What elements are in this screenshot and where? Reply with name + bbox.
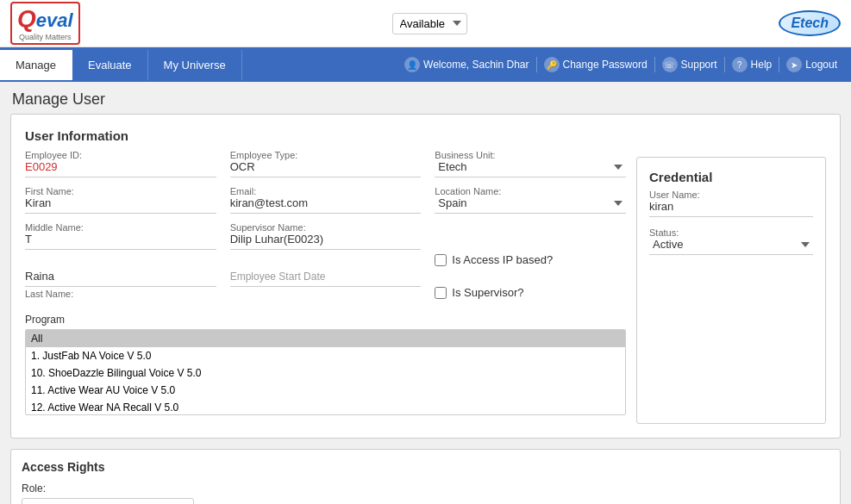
key-icon: 🔑 xyxy=(544,57,560,72)
row-first-name: First Name: Kiran Email: kiran@test.com … xyxy=(25,193,626,229)
is-supervisor-checkbox[interactable] xyxy=(435,287,447,299)
last-name-group: Raina Last Name: xyxy=(25,266,216,300)
status-dropdown-wrapper: Available Busy Away Offline xyxy=(392,13,467,34)
last-name-value: Raina xyxy=(25,266,216,287)
nav-change-password[interactable]: 🔑 Change Password xyxy=(537,57,655,72)
top-bar: Qeval Quality Matters Available Busy Awa… xyxy=(0,0,851,47)
nav-left: Manage Evaluate My Universe xyxy=(0,50,242,80)
business-unit-group: Business Unit: Etech Other xyxy=(435,157,626,177)
role-row: Role: QA Verifier QA Analyst Supervisor … xyxy=(22,482,829,504)
logo: Qeval Quality Matters xyxy=(10,2,80,45)
logout-label: Logout xyxy=(805,59,837,71)
email-label: Email: xyxy=(230,186,257,196)
employee-type-label: Employee Type: xyxy=(230,150,298,160)
is-supervisor-field: Is Supervisor? xyxy=(435,266,626,303)
is-supervisor-label: Is Supervisor? xyxy=(452,286,523,299)
row-last-name: Raina Last Name: Is Supervisor? xyxy=(25,266,626,303)
role-label: Role: xyxy=(22,482,194,495)
nav-right: 👤 Welcome, Sachin Dhar 🔑 Change Password… xyxy=(397,57,851,72)
form-main: Employee ID: E0029 Employee Type: OCR Bu… xyxy=(25,157,626,424)
logo-wrapper: Qeval Quality Matters xyxy=(10,2,80,45)
nav-bar: Manage Evaluate My Universe 👤 Welcome, S… xyxy=(0,47,851,82)
access-rights-title: Access Rights xyxy=(22,460,829,474)
support-label: Support xyxy=(681,59,717,71)
middle-name-group: Middle Name: T xyxy=(25,229,216,250)
employee-id-label: Employee ID: xyxy=(25,150,82,160)
page-title: Manage User xyxy=(0,82,851,114)
ip-access-label: Is Access IP based? xyxy=(452,253,553,266)
nav-welcome: 👤 Welcome, Sachin Dhar xyxy=(397,57,537,72)
status-label: Status: xyxy=(649,227,679,238)
logo-tagline: Quality Matters xyxy=(17,33,73,41)
emp-start-date-input[interactable] xyxy=(230,266,422,287)
logout-icon: ➤ xyxy=(786,57,802,72)
employee-type-field: Employee Type: OCR xyxy=(230,157,422,193)
program-listbox[interactable]: All 1. JustFab NA Voice V 5.0 10. ShoeDa… xyxy=(25,329,626,415)
emp-start-date-group xyxy=(230,266,422,287)
ip-access-field: Is Access IP based? xyxy=(435,229,626,266)
business-unit-label: Business Unit: xyxy=(435,150,495,160)
last-name-field: Raina Last Name: xyxy=(25,266,216,303)
nav-item-evaluate[interactable]: Evaluate xyxy=(72,50,148,80)
first-name-group: First Name: Kiran xyxy=(25,193,216,214)
location-name-field: Location Name: Spain India USA xyxy=(435,193,626,229)
nav-item-my-universe[interactable]: My Universe xyxy=(148,50,242,80)
supervisor-name-label: Supervisor Name: xyxy=(230,222,306,233)
supervisor-name-group: Supervisor Name: Dilip Luhar(E0023) xyxy=(230,229,422,250)
user-info-title: User Information xyxy=(25,128,826,143)
program-label: Program xyxy=(25,314,626,326)
middle-name-field: Middle Name: T xyxy=(25,229,216,266)
location-name-group: Location Name: Spain India USA xyxy=(435,193,626,214)
etech-logo: Etech xyxy=(779,10,841,36)
credential-box: Credential User Name: kiran Status: Acti… xyxy=(636,157,826,424)
middle-name-label: Middle Name: xyxy=(25,222,84,233)
employee-type-group: Employee Type: OCR xyxy=(230,157,422,177)
last-name-label: Last Name: xyxy=(25,289,73,299)
is-supervisor-group: Is Supervisor? xyxy=(435,276,523,299)
username-label: User Name: xyxy=(649,190,700,200)
nav-logout[interactable]: ➤ Logout xyxy=(779,57,844,72)
welcome-text: Welcome, Sachin Dhar xyxy=(423,59,529,71)
nav-help[interactable]: ? Help xyxy=(725,57,780,72)
support-icon: ☏ xyxy=(662,57,678,72)
email-value: kiran@test.com xyxy=(230,193,422,214)
credential-title: Credential xyxy=(649,170,813,184)
help-label: Help xyxy=(751,59,773,71)
help-icon: ? xyxy=(732,57,748,72)
status-dropdown[interactable]: Available Busy Away Offline xyxy=(392,13,467,34)
program-section: Program All 1. JustFab NA Voice V 5.0 10… xyxy=(25,314,626,415)
username-group: User Name: kiran xyxy=(649,196,813,217)
role-group: Role: QA Verifier QA Analyst Supervisor … xyxy=(22,482,194,504)
location-name-label: Location Name: xyxy=(435,186,501,196)
logo-eval: eval xyxy=(36,9,73,32)
nav-item-manage[interactable]: Manage xyxy=(0,50,72,80)
first-name-label: First Name: xyxy=(25,186,74,196)
ip-access-group: Is Access IP based? xyxy=(435,243,553,266)
role-select[interactable]: QA Verifier QA Analyst Supervisor Admin xyxy=(22,498,194,504)
emp-start-date-field xyxy=(230,266,422,303)
supervisor-name-field: Supervisor Name: Dilip Luhar(E0023) xyxy=(230,229,422,266)
user-info-box: User Information Employee ID: E0029 Empl… xyxy=(10,114,841,439)
change-password-label: Change Password xyxy=(563,59,648,71)
email-group: Email: kiran@test.com xyxy=(230,193,422,214)
access-rights-section: Access Rights Role: QA Verifier QA Analy… xyxy=(10,449,841,504)
user-icon: 👤 xyxy=(404,57,420,72)
nav-support[interactable]: ☏ Support xyxy=(655,57,725,72)
row-employee-id: Employee ID: E0029 Employee Type: OCR Bu… xyxy=(25,157,626,193)
main-layout: Employee ID: E0029 Employee Type: OCR Bu… xyxy=(25,157,826,424)
logo-q: Q xyxy=(17,5,36,33)
row-middle-name: Middle Name: T Supervisor Name: Dilip Lu… xyxy=(25,229,626,266)
ip-access-checkbox[interactable] xyxy=(435,254,447,266)
employee-id-group: Employee ID: E0029 xyxy=(25,157,216,177)
status-group: Status: Active Inactive Pending xyxy=(649,234,813,255)
